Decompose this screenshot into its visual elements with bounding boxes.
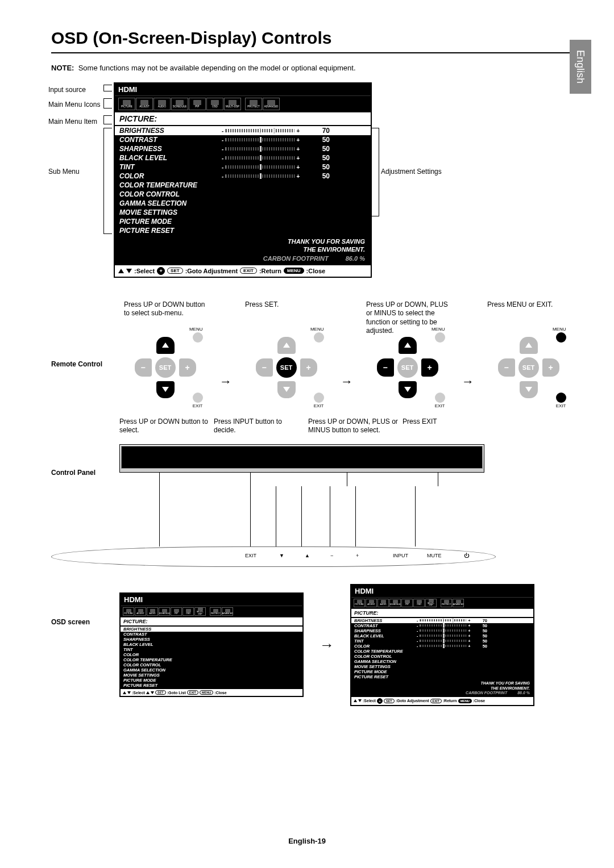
- dpad-plus-button[interactable]: +: [300, 358, 317, 377]
- osd-item-brightness[interactable]: BRIGHTNESS: [121, 627, 302, 632]
- osd-item-tint[interactable]: TINT-+50: [115, 162, 371, 172]
- menu-icon-protect[interactable]: PROTECT: [245, 98, 262, 110]
- dpad-up-button[interactable]: [156, 337, 175, 354]
- osd-item-black-level[interactable]: BLACK LEVEL-+50: [115, 153, 371, 162]
- menu-icon-osd[interactable]: OSD: [182, 607, 194, 616]
- dpad-minus-button[interactable]: −: [256, 358, 273, 377]
- menu-icon-pip[interactable]: PIP: [401, 599, 413, 607]
- dpad-minus-button[interactable]: −: [498, 358, 515, 377]
- dpad-set-button[interactable]: SET: [518, 357, 539, 378]
- menu-button[interactable]: [314, 332, 324, 343]
- osd-item-color-temperature[interactable]: COLOR TEMPERATURE: [115, 181, 371, 190]
- dpad-plus-button[interactable]: +: [179, 358, 196, 377]
- menu-label: MENU: [432, 327, 445, 332]
- dpad-down-button[interactable]: [156, 381, 175, 398]
- osd-item-picture-reset[interactable]: PICTURE RESET: [351, 674, 533, 679]
- osd-item-black-level[interactable]: BLACK LEVEL-+50: [351, 633, 533, 639]
- osd-item-contrast[interactable]: CONTRAST-+50: [351, 623, 533, 628]
- menu-icon-osd[interactable]: OSD: [206, 98, 223, 110]
- menu-icon-adjust[interactable]: ADJUST: [366, 599, 377, 607]
- cpanel-button-3[interactable]: −: [330, 553, 333, 558]
- osd-item-picture-mode[interactable]: PICTURE MODE: [121, 678, 302, 683]
- menu-icon-schedule[interactable]: SCHEDULE: [171, 98, 188, 110]
- exit-button[interactable]: [193, 393, 203, 403]
- osd-item-sharpness[interactable]: SHARPNESS-+50: [351, 628, 533, 633]
- osd-item-contrast[interactable]: CONTRAST-+50: [115, 135, 371, 144]
- cpanel-button-0[interactable]: EXIT: [245, 553, 256, 558]
- dpad-minus-button[interactable]: −: [135, 358, 152, 377]
- osd-item-picture-reset[interactable]: PICTURE RESET: [121, 683, 302, 688]
- menu-icon-protect[interactable]: PROTECT: [210, 607, 221, 616]
- dpad-up-button[interactable]: [520, 337, 538, 354]
- menu-icon-picture[interactable]: PICTURE: [118, 98, 135, 110]
- osd-item-gamma-selection[interactable]: GAMMA SELECTION: [121, 667, 302, 673]
- cpanel-button-4[interactable]: +: [356, 553, 359, 558]
- menu-icon-schedule[interactable]: SCHEDULE: [389, 599, 401, 607]
- osd-item-movie-settings[interactable]: MOVIE SETTINGS: [115, 208, 371, 217]
- osd-item-color-control[interactable]: COLOR CONTROL: [121, 662, 302, 667]
- menu-icon-protect[interactable]: PROTECT: [441, 599, 452, 607]
- osd-item-sharpness[interactable]: SHARPNESS-+50: [115, 144, 371, 153]
- dpad-up-button[interactable]: [277, 337, 296, 354]
- menu-icon-multi-dsp[interactable]: MULTI-DSP: [194, 607, 206, 616]
- menu-icon-adjust[interactable]: ADJUST: [136, 98, 153, 110]
- osd-item-black-level[interactable]: BLACK LEVEL: [121, 642, 302, 647]
- osd-item-color-temperature[interactable]: COLOR TEMPERATURE: [121, 657, 302, 662]
- dpad-down-button[interactable]: [520, 381, 538, 398]
- menu-icon-pip[interactable]: PIP: [171, 607, 182, 616]
- osd-item-picture-reset[interactable]: PICTURE RESET: [115, 226, 371, 235]
- osd-item-picture-mode[interactable]: PICTURE MODE: [351, 669, 533, 674]
- menu-icon-audio[interactable]: AUDIO: [147, 607, 158, 616]
- dpad-set-button[interactable]: SET: [276, 357, 297, 378]
- osd-item-color-control[interactable]: COLOR CONTROL: [351, 654, 533, 659]
- menu-button[interactable]: [193, 332, 203, 343]
- menu-icon-adjust[interactable]: ADJUST: [135, 607, 146, 616]
- menu-button[interactable]: [556, 332, 566, 343]
- osd-item-color[interactable]: COLOR-+50: [351, 644, 533, 649]
- dpad-plus-button[interactable]: +: [421, 358, 438, 377]
- menu-icon-multi-dsp[interactable]: MULTI-DSP: [425, 599, 437, 607]
- osd-item-brightness[interactable]: BRIGHTNESS-+70: [115, 126, 371, 135]
- menu-icon-advanced[interactable]: ADVANCED: [263, 98, 280, 110]
- menu-icon-advanced[interactable]: ADVANCED: [222, 607, 233, 616]
- dpad-minus-button[interactable]: −: [377, 358, 394, 377]
- osd-item-color[interactable]: COLOR-+50: [115, 172, 371, 181]
- menu-icon-picture[interactable]: PICTURE: [354, 599, 365, 607]
- osd-item-sharpness[interactable]: SHARPNESS: [121, 637, 302, 642]
- exit-button[interactable]: [314, 393, 324, 403]
- dpad-plus-button[interactable]: +: [542, 358, 559, 377]
- menu-icon-osd[interactable]: OSD: [413, 599, 425, 607]
- dpad-set-button[interactable]: SET: [397, 357, 418, 378]
- exit-button[interactable]: [435, 393, 445, 403]
- osd-item-contrast[interactable]: CONTRAST: [121, 632, 302, 637]
- osd-item-movie-settings[interactable]: MOVIE SETTINGS: [351, 664, 533, 669]
- menu-icon-advanced[interactable]: ADVANCED: [453, 599, 464, 607]
- dpad-set-button[interactable]: SET: [155, 357, 176, 378]
- osd-item-gamma-selection[interactable]: GAMMA SELECTION: [115, 199, 371, 208]
- cpanel-button-7[interactable]: ⏻: [464, 553, 469, 558]
- dpad-up-button[interactable]: [399, 337, 417, 354]
- menu-icon-audio[interactable]: AUDIO: [377, 599, 389, 607]
- dpad-down-button[interactable]: [277, 381, 296, 398]
- osd-item-color[interactable]: COLOR: [121, 652, 302, 657]
- cpanel-button-1[interactable]: ▼: [279, 553, 284, 558]
- osd-item-picture-mode[interactable]: PICTURE MODE: [115, 217, 371, 226]
- osd-item-brightness[interactable]: BRIGHTNESS-+70: [351, 618, 533, 623]
- menu-icon-picture[interactable]: PICTURE: [123, 607, 134, 616]
- osd-item-tint[interactable]: TINT: [121, 647, 302, 652]
- osd-item-tint[interactable]: TINT-+50: [351, 639, 533, 644]
- menu-button[interactable]: [435, 332, 445, 343]
- menu-icon-multi-dsp[interactable]: MULTI-DSP: [224, 98, 241, 110]
- dpad-down-button[interactable]: [399, 381, 417, 398]
- cpanel-button-5[interactable]: INPUT: [393, 553, 408, 558]
- exit-button[interactable]: [556, 393, 566, 403]
- menu-icon-pip[interactable]: PIP: [189, 98, 206, 110]
- osd-item-color-control[interactable]: COLOR CONTROL: [115, 190, 371, 199]
- menu-icon-schedule[interactable]: SCHEDULE: [159, 607, 170, 616]
- osd-item-color-temperature[interactable]: COLOR TEMPERATURE: [351, 649, 533, 654]
- osd-item-movie-settings[interactable]: MOVIE SETTINGS: [121, 673, 302, 678]
- menu-icon-audio[interactable]: AUDIO: [154, 98, 171, 110]
- cpanel-button-6[interactable]: MUTE: [427, 553, 442, 558]
- osd-item-gamma-selection[interactable]: GAMMA SELECTION: [351, 659, 533, 664]
- cpanel-button-2[interactable]: ▲: [305, 553, 310, 558]
